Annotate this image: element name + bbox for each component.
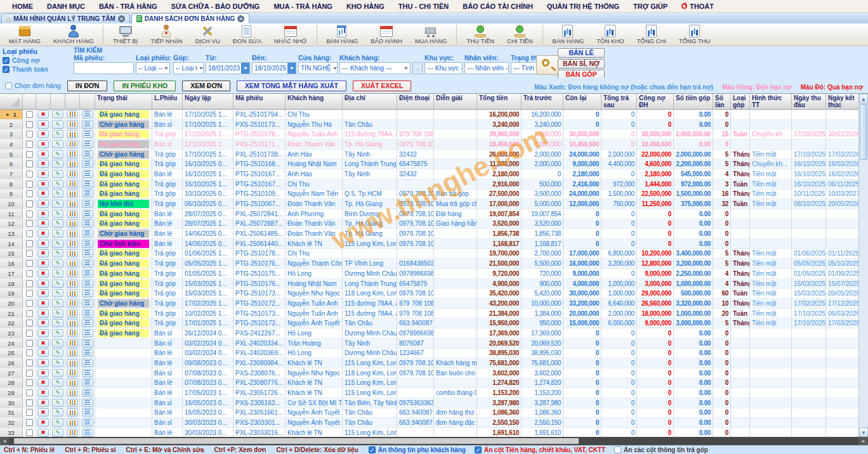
table-row[interactable]: 13✖✎Chờ giao hàngBán lẻ14/06/2025 0...PX…	[0, 229, 868, 239]
debt-checkbox[interactable]: ✓	[3, 57, 10, 64]
delete-icon[interactable]: ✖	[37, 289, 49, 297]
detail-list-icon[interactable]	[82, 359, 93, 367]
edit-icon[interactable]: ✎	[52, 170, 63, 178]
row-checkbox[interactable]	[26, 360, 33, 366]
installment-type-select[interactable]: -- Loại t	[173, 62, 204, 74]
menu-item[interactable]: BÁN - TRẢ HÀNG	[92, 3, 164, 10]
delete-icon[interactable]: ✖	[37, 379, 49, 387]
delete-icon[interactable]: ✖	[37, 110, 49, 119]
edit-icon[interactable]: ✎	[52, 329, 63, 337]
column-header[interactable]: Ngày lập	[183, 94, 233, 109]
row-checkbox[interactable]	[26, 190, 33, 197]
detail-list-icon[interactable]	[82, 150, 93, 159]
table-row[interactable]: 32✖✎Bán sỉ30/03/2023 0...PXS-2303301...N…	[0, 418, 868, 428]
edit-icon[interactable]: ✎	[52, 130, 63, 138]
export-icon[interactable]	[67, 329, 78, 337]
select-orders-checkbox[interactable]	[5, 82, 12, 89]
row-checkbox[interactable]	[26, 280, 33, 287]
paid-checkbox-row[interactable]: ✓ Thanh toán	[3, 65, 69, 73]
edit-icon[interactable]: ✎	[52, 160, 63, 168]
column-header[interactable]: Công nợ ĐH	[637, 94, 674, 109]
table-row[interactable]: ►1✖✎Đã giao hàngBán lẻ17/10/2025 1...PXL…	[0, 110, 868, 120]
detail-list-icon[interactable]	[82, 190, 93, 198]
delete-icon[interactable]: ✖	[37, 230, 49, 238]
export-icon[interactable]	[67, 309, 78, 318]
row-checkbox[interactable]	[26, 320, 33, 327]
row-checkbox[interactable]	[26, 200, 33, 207]
row-checkbox[interactable]	[26, 370, 33, 377]
delete-icon[interactable]: ✖	[37, 429, 49, 437]
voucher-type-select[interactable]: -- Loại --	[136, 62, 170, 74]
row-checkbox[interactable]	[26, 409, 33, 416]
column-header[interactable]: Khách hàng	[286, 94, 343, 109]
toolbar-button[interactable]: THIẾT BỊ	[107, 24, 144, 46]
edit-icon[interactable]: ✎	[52, 418, 63, 427]
action-button[interactable]: IN PHIẾU KHO	[114, 81, 176, 91]
edit-icon[interactable]: ✎	[52, 408, 63, 417]
detail-list-icon[interactable]	[82, 339, 93, 347]
table-row[interactable]: 24✖✎Bán sỉ03/02/2024 0...PXL-24020334...…	[0, 339, 868, 349]
detail-list-icon[interactable]	[82, 289, 93, 297]
edit-icon[interactable]: ✎	[52, 369, 63, 377]
column-header[interactable]: Tổng tiền	[477, 94, 522, 109]
edit-icon[interactable]: ✎	[52, 230, 63, 238]
toolbar-button[interactable]: BẢO HÀNH	[364, 24, 409, 46]
delete-icon[interactable]: ✖	[37, 170, 49, 178]
export-icon[interactable]	[67, 170, 78, 178]
menu-item[interactable]: MUA - TRẢ HÀNG	[266, 3, 339, 10]
export-icon[interactable]	[67, 110, 78, 119]
row-checkbox[interactable]	[26, 379, 33, 386]
table-row[interactable]: 33✖✎Bán lẻ30/03/2023 0...PXL-23033016...…	[0, 428, 868, 437]
table-row[interactable]: 10✖✎Nợ khó đòiTrả góp06/10/2025 0...PTG-…	[0, 199, 868, 209]
detail-list-icon[interactable]	[82, 379, 93, 387]
calendar-dropdown-icon[interactable]	[241, 63, 249, 74]
date-to-input[interactable]: 18/10/2025	[252, 62, 296, 74]
detail-list-icon[interactable]	[82, 240, 93, 248]
close-icon[interactable]: ×	[118, 15, 125, 22]
toolbar-button[interactable]: TỔNG THU	[673, 24, 716, 46]
edit-icon[interactable]: ✎	[52, 359, 63, 367]
delete-icon[interactable]: ✖	[37, 210, 49, 218]
date-from-input[interactable]: 18/01/2023	[206, 62, 250, 74]
delete-icon[interactable]: ✖	[37, 259, 49, 268]
detail-list-icon[interactable]	[82, 230, 93, 238]
statusbar-checkbox-row[interactable]: Ẩn các cột thông tin trả góp	[614, 446, 708, 453]
detail-list-icon[interactable]	[82, 130, 93, 138]
delete-icon[interactable]: ✖	[37, 219, 49, 228]
debt-checkbox-row[interactable]: ✓ Công nợ	[3, 56, 69, 64]
detail-list-icon[interactable]	[82, 180, 93, 188]
scroll-down-icon[interactable]: ▼	[859, 427, 868, 437]
edit-icon[interactable]: ✎	[52, 219, 63, 228]
customer-more-button[interactable]: ...	[412, 62, 423, 74]
toolbar-button[interactable]: TỔNG CHI	[630, 24, 672, 46]
table-row[interactable]: 22✖✎Đã giao hàngTrả góp17/01/2025 1...PT…	[0, 318, 868, 328]
statusbar-checkbox[interactable]: ✓	[369, 446, 376, 453]
export-icon[interactable]	[67, 180, 78, 188]
table-row[interactable]: 12✖✎Đã giao hàngBán lẻ28/07/2025 1...PXL…	[0, 219, 868, 230]
toolbar-button[interactable]: MUA HÀNG	[409, 24, 454, 46]
toolbar-button[interactable]: KHÁCH HÀNG	[47, 24, 100, 46]
column-header[interactable]: Loại góp	[731, 94, 750, 109]
column-header[interactable]: Điện thoại	[397, 94, 434, 109]
menu-item[interactable]: BÁO CÁO TÀI CHÍNH	[456, 3, 540, 10]
export-icon[interactable]	[67, 289, 78, 297]
export-icon[interactable]	[67, 259, 78, 268]
export-icon[interactable]	[67, 230, 78, 238]
table-row[interactable]: 23✖✎Đã giao hàngBán sỉ26/12/2024 0...PXS…	[0, 328, 868, 339]
statusbar-checkbox-row[interactable]: ✓Ẩn cột Tiền hàng, chiết khấu, VAT, CKTT	[475, 446, 605, 453]
employee-select[interactable]: --- Nhân viên --	[464, 62, 509, 74]
row-checkbox[interactable]	[26, 121, 33, 128]
detail-list-icon[interactable]	[82, 269, 93, 278]
voucher-code-input[interactable]	[74, 62, 134, 74]
horizontal-scroll-thumb[interactable]	[14, 438, 579, 444]
action-button[interactable]: IN ĐƠN	[67, 81, 108, 91]
detail-list-icon[interactable]	[82, 369, 93, 377]
edit-icon[interactable]: ✎	[52, 259, 63, 268]
export-icon[interactable]	[67, 120, 78, 129]
export-icon[interactable]	[67, 130, 78, 138]
edit-icon[interactable]: ✎	[52, 280, 63, 288]
export-icon[interactable]	[67, 160, 78, 168]
edit-icon[interactable]: ✎	[52, 249, 63, 257]
delete-icon[interactable]: ✖	[37, 140, 49, 148]
column-header[interactable]: Tổng trả sau	[602, 94, 637, 109]
